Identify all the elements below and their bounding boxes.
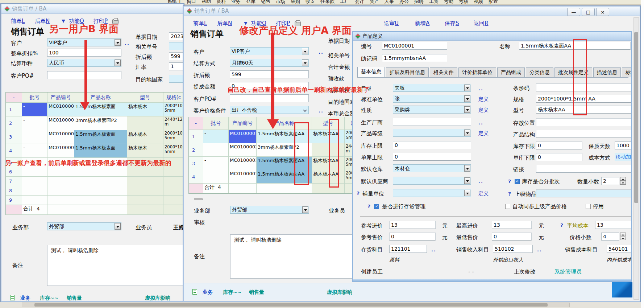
- printer-icon[interactable]: [112, 19, 119, 24]
- table-cell-model[interactable]: [312, 143, 345, 157]
- order-discount-input[interactable]: 100: [47, 49, 121, 57]
- table-cell[interactable]: [47, 177, 74, 186]
- footer-link-virtual-stock[interactable]: 虚拟库影响: [145, 295, 170, 301]
- next-order-button[interactable]: 后单N: [217, 20, 232, 27]
- dropdown-arrow-icon[interactable]: [115, 223, 121, 230]
- table-cell-batch[interactable]: -: [22, 130, 47, 144]
- barcode-input[interactable]: [536, 83, 631, 91]
- product-name-input[interactable]: 1.5mm杨木板素面AA: [519, 42, 631, 50]
- tab-labels[interactable]: 标签: [622, 67, 632, 77]
- grade-select[interactable]: [393, 129, 471, 137]
- table-cell-code[interactable]: MC0100001: [47, 103, 74, 116]
- order-items-table[interactable]: - 批号 产品编号 产品名称 型号 规格 1 - MC0100001 1.5mm…: [188, 117, 367, 194]
- table-cell[interactable]: [22, 158, 47, 167]
- cost-subject-input[interactable]: 540101: [607, 245, 631, 253]
- stock-subject-lookup-button[interactable]: ..: [431, 247, 436, 252]
- add-new-button[interactable]: 新增A: [415, 20, 429, 27]
- table-cell[interactable]: [163, 186, 184, 196]
- aux-unit-define-link[interactable]: 定义: [478, 190, 489, 197]
- table-cell[interactable]: [127, 177, 163, 186]
- tab-classification[interactable]: 分类信息: [526, 67, 553, 77]
- col-header[interactable]: 规格(c: [163, 93, 184, 103]
- table-cell-batch[interactable]: -: [22, 116, 47, 130]
- inventory-mgmt-checkbox[interactable]: [374, 204, 379, 209]
- table-cell-code[interactable]: MC0100001: [229, 157, 257, 170]
- table-cell-spec[interactable]: 2440*122m: [163, 116, 184, 130]
- table-cell-name[interactable]: 1.5mm杨木板素面: [74, 144, 127, 158]
- row-number[interactable]: 2: [6, 116, 22, 130]
- aux-unit-select[interactable]: [393, 189, 471, 197]
- income-subject-input[interactable]: 510102: [493, 245, 533, 253]
- price-condition-lookup-button[interactable]: ..: [319, 108, 324, 114]
- dropdown-arrow-icon[interactable]: [464, 130, 470, 136]
- dropdown-arrow-icon[interactable]: [464, 190, 470, 196]
- dropdown-arrow-icon[interactable]: [464, 95, 470, 102]
- menu-item[interactable]: 考勤: [444, 0, 453, 5]
- table-cell-batch[interactable]: -: [203, 157, 229, 170]
- menu-item[interactable]: 收支: [306, 0, 315, 5]
- table-cell[interactable]: [127, 158, 163, 167]
- avg-cost-input[interactable]: 13: [595, 221, 631, 229]
- table-cell-name[interactable]: 1.5mm杨木板素面AA: [257, 157, 312, 170]
- table-cell[interactable]: [47, 158, 74, 167]
- customer-select[interactable]: VIP客户: [230, 47, 309, 55]
- customer-po-input[interactable]: [47, 71, 121, 79]
- nature-select[interactable]: 采购类: [393, 106, 471, 114]
- default-supplier-select[interactable]: [393, 177, 471, 185]
- table-cell-code[interactable]: MC0100002: [229, 143, 257, 157]
- table-cell-name[interactable]: 1.5mm杨木板素面AA: [257, 170, 312, 184]
- chevron-down-icon[interactable]: [303, 108, 307, 112]
- table-cell[interactable]: [47, 167, 74, 177]
- tab-batch-attributes[interactable]: 批次属性定义: [554, 67, 592, 77]
- col-header[interactable]: 型号: [127, 93, 163, 103]
- catalog-select[interactable]: 夹板: [393, 84, 471, 92]
- order-items-table[interactable]: - 批号 产品编号 产品名称 型号 规格(c 1 - MC0100001 1.5…: [5, 92, 184, 215]
- tab-product-composition[interactable]: 产品组成: [497, 67, 525, 77]
- col-header[interactable]: -: [6, 93, 22, 103]
- max-buy-price-input[interactable]: 13: [492, 221, 532, 229]
- table-cell-model[interactable]: 杨木杨木: [127, 130, 163, 144]
- table-cell-spec[interactable]: 2000*1005mm: [163, 144, 184, 158]
- discounted-amount-input[interactable]: 599: [230, 70, 309, 78]
- col-header[interactable]: -: [189, 117, 203, 130]
- table-cell[interactable]: [127, 167, 163, 177]
- prev-order-button[interactable]: 前单L: [193, 20, 207, 27]
- price-condition-select[interactable]: 出厂不含税: [230, 106, 309, 114]
- window-titlebar[interactable]: 销售订单 / BA: [1, 4, 183, 14]
- table-cell-model[interactable]: 杨木杨木: [127, 103, 163, 116]
- tab-basic-info[interactable]: 基本信息: [357, 67, 385, 77]
- exchange-rate-input[interactable]: 1: [169, 62, 184, 70]
- row-number[interactable]: 9: [6, 196, 22, 205]
- dept-select[interactable]: 外贸部: [230, 206, 309, 214]
- table-cell-spec[interactable]: 2000*1005mm: [163, 130, 184, 144]
- standard-unit-select[interactable]: 张: [393, 95, 471, 103]
- menu-item[interactable]: 工资: [429, 0, 439, 5]
- scrollbar-thumb[interactable]: [34, 303, 548, 307]
- income-subject-lookup-button[interactable]: ..: [537, 247, 542, 252]
- commission-input[interactable]: 0: [230, 82, 309, 90]
- menu-item[interactable]: 窗口: [187, 0, 196, 5]
- table-cell[interactable]: [74, 177, 127, 186]
- col-header[interactable]: 产品编号: [229, 117, 257, 130]
- footer-link-stock[interactable]: 库存~~: [40, 295, 58, 301]
- table-cell-code[interactable]: MC0100001: [229, 170, 257, 184]
- help-icon[interactable]: ?: [508, 178, 511, 184]
- row-number[interactable]: 8: [6, 186, 22, 196]
- dropdown-arrow-icon[interactable]: [302, 48, 308, 54]
- row-number[interactable]: 5: [6, 158, 22, 167]
- footer-link-stock[interactable]: 库存~~: [223, 289, 241, 296]
- dropdown-arrow-icon[interactable]: [115, 59, 121, 66]
- col-header[interactable]: 产品名称: [74, 93, 127, 103]
- mnemonic-input[interactable]: 1.5mmymbsnAA: [382, 54, 447, 62]
- splitter-handle[interactable]: [194, 198, 203, 200]
- help-icon[interactable]: ?: [508, 191, 511, 197]
- table-cell-name[interactable]: 3mm杨木板素面P2: [257, 143, 312, 157]
- function-menu-button[interactable]: 功能O: [251, 20, 266, 27]
- dropdown-arrow-icon[interactable]: [464, 165, 470, 172]
- customer-lookup-button[interactable]: ..: [125, 41, 130, 46]
- disabled-checkbox[interactable]: [586, 204, 591, 209]
- menu-item[interactable]: 工厂: [340, 0, 349, 5]
- table-cell[interactable]: [22, 177, 47, 186]
- min-sell-price-input[interactable]: 0: [492, 233, 532, 241]
- dropdown-arrow-icon[interactable]: [464, 85, 470, 91]
